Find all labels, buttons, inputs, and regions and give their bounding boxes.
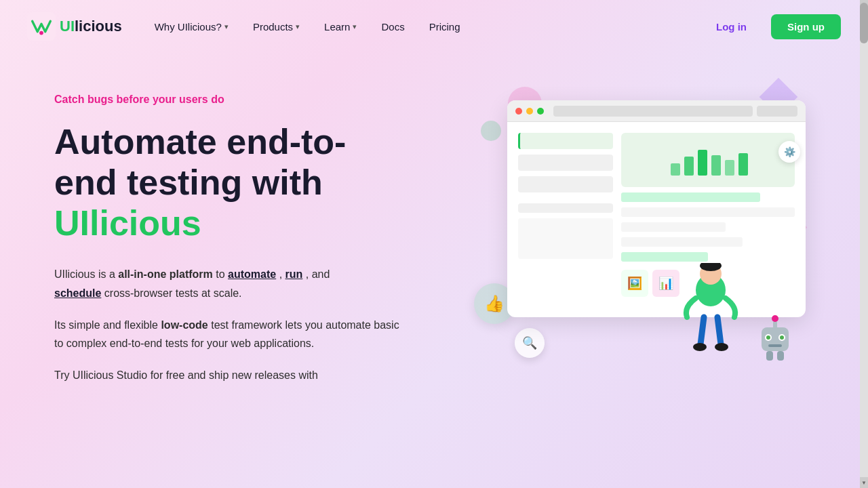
- browser-dots-menu: [757, 106, 797, 117]
- scrollbar[interactable]: ▲ ▼: [860, 0, 868, 488]
- panel-item-1: [518, 133, 613, 149]
- svg-point-16: [766, 336, 770, 340]
- hero-description-3: Try UIlicious Studio for free and ship n…: [54, 366, 407, 384]
- chart-svg: [667, 143, 749, 177]
- code-line-5: [621, 252, 708, 262]
- chevron-down-icon: ▾: [224, 22, 229, 31]
- panel-item-2: [518, 155, 613, 171]
- svg-rect-21: [766, 351, 773, 361]
- code-line-4: [621, 237, 743, 247]
- desc1-link-automate[interactable]: automate: [228, 268, 276, 280]
- svg-rect-18: [768, 344, 782, 347]
- desc1-before: UIlicious is a: [54, 268, 118, 280]
- svg-rect-2: [671, 163, 680, 176]
- browser-dot-yellow: [526, 108, 533, 115]
- hero-title: Automate end-to-end testing with UIlicio…: [54, 122, 467, 243]
- browser-icon-1: 🖼️: [621, 270, 648, 297]
- desc1-mid: to: [216, 268, 228, 280]
- hero-left: Catch bugs before your users do Automate…: [54, 80, 467, 384]
- svg-rect-5: [711, 155, 721, 176]
- chevron-down-icon: ▾: [296, 22, 300, 31]
- robot-figure: [751, 310, 799, 365]
- svg-point-1: [39, 31, 43, 35]
- navbar: UIlicious Why UIlicious? ▾ Products ▾ Le…: [0, 0, 868, 53]
- hero-tagline: Catch bugs before your users do: [54, 94, 467, 106]
- nav-item-why-uilicious[interactable]: Why UIlicious? ▾: [144, 16, 239, 38]
- browser-mockup: 🖼️ 📊: [507, 100, 806, 317]
- nav-item-docs[interactable]: Docs: [370, 16, 415, 38]
- scroll-thumb[interactable]: [860, 3, 868, 43]
- browser-address-bar: [553, 106, 753, 117]
- logo-text: UIlicious: [60, 18, 122, 35]
- svg-point-12: [715, 343, 728, 351]
- code-line-2: [621, 207, 795, 217]
- browser-content: 🖼️ 📊: [507, 122, 806, 308]
- search-bubble: 🔍: [515, 328, 545, 358]
- panel-item-3: [518, 176, 613, 192]
- svg-rect-6: [725, 160, 734, 176]
- hero-right: 👍 🔍: [467, 80, 806, 365]
- logo-icon: [27, 12, 56, 41]
- hero-section: Catch bugs before your users do Automate…: [0, 53, 860, 384]
- hero-title-brand: UIlicious: [54, 203, 201, 243]
- hero-description-2: Its simple and flexible low-code test fr…: [54, 316, 407, 352]
- hero-title-part1: Automate end-to-end testing with: [54, 122, 346, 202]
- desc1-link-run[interactable]: run: [285, 268, 303, 280]
- character-figure: [670, 263, 751, 371]
- svg-rect-4: [698, 150, 707, 176]
- code-line-1: [621, 192, 760, 202]
- signup-button[interactable]: Sign up: [771, 14, 841, 39]
- desc1-link-schedule[interactable]: schedule: [54, 287, 101, 299]
- svg-point-17: [780, 336, 784, 340]
- chevron-down-icon: ▾: [353, 22, 357, 31]
- desc1-bold: all-in-one platform: [118, 268, 213, 280]
- nav-item-pricing[interactable]: Pricing: [418, 16, 471, 38]
- svg-rect-22: [777, 351, 784, 361]
- desc2-bold: low-code: [161, 319, 208, 331]
- browser-chart: [621, 133, 795, 187]
- svg-rect-0: [27, 12, 56, 41]
- svg-rect-3: [684, 157, 694, 176]
- svg-point-11: [693, 343, 707, 351]
- settings-bubble: ⚙️: [778, 141, 800, 163]
- panel-section-divider: [518, 203, 613, 213]
- login-button[interactable]: Log in: [703, 14, 760, 39]
- scroll-down-arrow[interactable]: ▼: [860, 477, 868, 488]
- nav-links: Why UIlicious? ▾ Products ▾ Learn ▾ Docs…: [144, 16, 703, 38]
- deco-circle-2: [481, 121, 501, 141]
- nav-auth: Log in Sign up: [703, 14, 841, 39]
- browser-dot-green: [537, 108, 544, 115]
- hero-description-1: UIlicious is a all-in-one platform to au…: [54, 265, 407, 302]
- logo[interactable]: UIlicious: [27, 12, 122, 41]
- svg-rect-7: [738, 153, 748, 176]
- nav-item-products[interactable]: Products ▾: [242, 16, 311, 38]
- code-line-3: [621, 222, 726, 232]
- browser-bar: [507, 100, 806, 122]
- panel-preview: [518, 218, 613, 259]
- nav-item-learn[interactable]: Learn ▾: [313, 16, 368, 38]
- browser-dot-red: [515, 108, 522, 115]
- svg-point-20: [772, 315, 778, 322]
- browser-left-panel: [518, 133, 613, 297]
